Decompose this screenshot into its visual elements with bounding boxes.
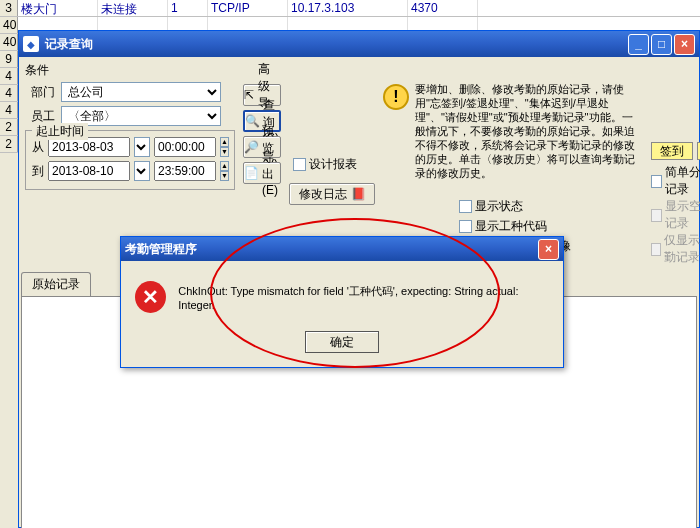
- book-icon: 📕: [351, 187, 365, 201]
- from-date-input[interactable]: [48, 137, 130, 157]
- only-empty-attend-label: 仅显示空的出勤记录: [664, 232, 700, 266]
- to-time-spinner[interactable]: ▲▼: [220, 161, 229, 181]
- to-date-picker[interactable]: [134, 161, 150, 181]
- window-title: 记录查询: [45, 36, 628, 53]
- dialog-title: 考勤管理程序: [125, 241, 538, 258]
- bg-table-row: 3楼大门未连接1TCP/IP10.17.3.1034370: [0, 0, 700, 17]
- tab-raw-records[interactable]: 原始记录: [21, 272, 91, 296]
- conditions-header: 条件: [25, 61, 693, 82]
- sign-in-button[interactable]: 签到: [651, 142, 693, 160]
- design-report-label: 设计报表: [309, 156, 357, 173]
- close-button[interactable]: ×: [674, 34, 695, 55]
- time-range-group: 起止时间 从 ▲▼ 到 ▲▼: [25, 130, 235, 190]
- info-icon: !: [383, 84, 409, 110]
- app-icon: ◆: [23, 36, 39, 52]
- search-icon: 🔍: [245, 114, 259, 128]
- from-label: 从: [32, 139, 44, 156]
- design-report-checkbox[interactable]: [293, 158, 306, 171]
- dept-select[interactable]: 总公司: [61, 82, 221, 102]
- show-status-label: 显示状态: [475, 198, 523, 215]
- error-icon: ✕: [135, 281, 166, 313]
- show-empty-attend-checkbox: [651, 209, 662, 222]
- dept-label: 部门: [25, 84, 61, 101]
- ok-button[interactable]: 确定: [305, 331, 379, 353]
- to-date-input[interactable]: [48, 161, 130, 181]
- preview-icon: 🔎: [244, 140, 258, 154]
- dialog-close-button[interactable]: ×: [538, 239, 559, 260]
- emp-label: 员工: [25, 108, 61, 125]
- from-time-spinner[interactable]: ▲▼: [220, 137, 229, 157]
- edit-log-button[interactable]: 修改日志📕: [289, 183, 375, 205]
- window-titlebar[interactable]: ◆ 记录查询 _ □ ×: [19, 31, 699, 57]
- to-time-input[interactable]: [154, 161, 216, 181]
- only-empty-attend-checkbox: [651, 243, 661, 256]
- to-label: 到: [32, 163, 44, 180]
- show-empty-attend-label: 显示空的出勤记录: [665, 198, 700, 232]
- error-message: ChkInOut: Type mismatch for field '工种代码'…: [178, 284, 549, 311]
- analyze-checkbox[interactable]: [651, 175, 662, 188]
- show-status-checkbox[interactable]: [459, 200, 472, 213]
- show-code-label: 显示工种代码: [475, 218, 547, 235]
- show-code-checkbox[interactable]: [459, 220, 472, 233]
- dialog-titlebar[interactable]: 考勤管理程序 ×: [121, 237, 563, 261]
- export-icon: ⇱: [244, 88, 254, 102]
- time-range-legend: 起止时间: [32, 123, 88, 140]
- error-dialog: 考勤管理程序 × ✕ ChkInOut: Type mismatch for f…: [120, 236, 564, 368]
- file-export-icon: 📄: [244, 166, 258, 180]
- from-date-picker[interactable]: [134, 137, 150, 157]
- analyze-label: 简单分析原始记录: [665, 164, 700, 198]
- from-time-input[interactable]: [154, 137, 216, 157]
- export-button[interactable]: 📄导出(E): [243, 162, 281, 184]
- minimize-button[interactable]: _: [628, 34, 649, 55]
- maximize-button[interactable]: □: [651, 34, 672, 55]
